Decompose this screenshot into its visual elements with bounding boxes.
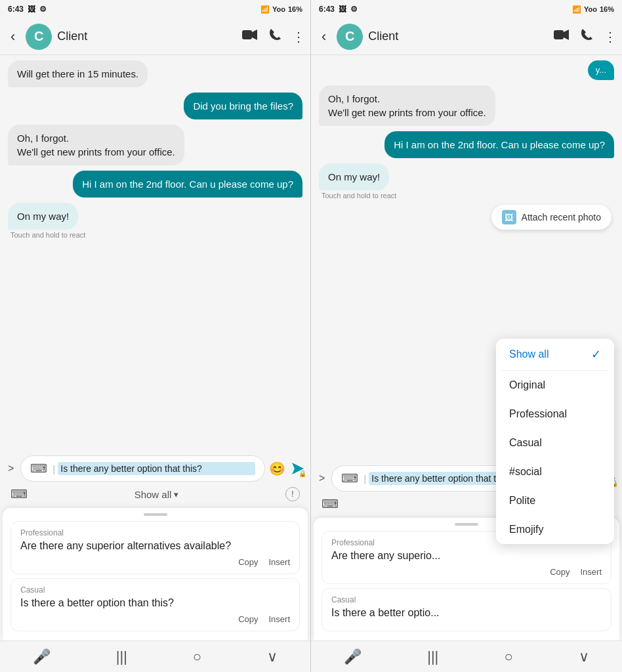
show-all-row-left: ⌨ Show all ▾ ! xyxy=(5,484,305,504)
svg-marker-1 xyxy=(252,30,257,40)
info-btn-left[interactable]: ! xyxy=(285,487,300,501)
msg-row: Oh, I forgot.We'll get new prints from y… xyxy=(319,85,614,126)
suggestion-card-casual-left: Casual Is there a better option than thi… xyxy=(10,578,300,631)
msg-row: On my way! Touch and hold to react xyxy=(319,163,614,200)
dropdown-item-casual[interactable]: Casual xyxy=(496,429,614,457)
app-bar-actions-right: ⋮ xyxy=(554,28,617,45)
svg-rect-3 xyxy=(554,30,564,39)
suggestion-card-casual-right: Casual Is there a better optio... xyxy=(321,588,612,631)
battery-right: 16% xyxy=(600,5,614,13)
app-bar-actions-left: ⋮ xyxy=(242,28,305,45)
insert-btn-professional-right[interactable]: Insert xyxy=(580,567,602,577)
suggestions-panel-left: Professional Are there any superior alte… xyxy=(3,508,308,640)
dropdown-item-professional[interactable]: Professional xyxy=(496,400,614,429)
left-panel: 6:43 🖼 ⚙ 📶 Yoo 16% ‹ C Client ⋮ Will xyxy=(0,0,311,672)
cursor-right: | xyxy=(363,473,366,484)
dropdown-item-polite[interactable]: Polite xyxy=(496,486,614,515)
bubble: Hi I am on the 2nd floor. Can u please c… xyxy=(384,131,614,158)
send-btn-left[interactable]: 🔒 xyxy=(291,461,305,476)
time-left: 6:43 xyxy=(8,5,24,14)
home-icon-right[interactable]: ||| xyxy=(427,648,438,665)
dropdown-item-show-all[interactable]: Show all ✓ xyxy=(496,339,614,370)
photo-icon-right: 🖼 xyxy=(339,5,346,14)
touch-react-hint-left: Touch and hold to react xyxy=(10,231,85,239)
attach-photo-btn[interactable]: 🖼 Attach recent photo xyxy=(491,205,612,230)
more-icon-right[interactable]: ⋮ xyxy=(604,29,617,45)
suggestion-label-casual-left: Casual xyxy=(20,585,290,595)
keyboard-icon2-right[interactable]: ⌨ xyxy=(321,497,339,511)
msg-row: Oh, I forgot.We'll get new prints from y… xyxy=(8,125,302,165)
mic-icon-right[interactable]: 🎤 xyxy=(344,648,362,665)
emoji-btn-left[interactable]: 😊 xyxy=(269,461,285,476)
msg-row: Will get there in 15 minutes. xyxy=(8,60,302,87)
phone-icon-right[interactable] xyxy=(580,28,593,45)
avatar-left: C xyxy=(26,24,52,50)
back-button-right[interactable]: ‹ xyxy=(316,26,331,48)
signal-right: Yoo xyxy=(584,5,597,13)
dropdown-item-social[interactable]: #social xyxy=(496,457,614,486)
battery-left: 16% xyxy=(288,5,302,13)
mic-icon-left[interactable]: 🎤 xyxy=(33,648,51,665)
status-bar-right: 6:43 🖼 ⚙ 📶 Yoo 16% xyxy=(311,0,622,18)
msg-row: Hi I am on the 2nd floor. Can u please c… xyxy=(319,131,614,158)
keyboard-icon-right[interactable]: ⌨ xyxy=(341,471,358,486)
chevron-down-icon-left: ▾ xyxy=(174,490,178,499)
expand-btn-right[interactable]: > xyxy=(316,470,327,487)
keyboard-icon2-left[interactable]: ⌨ xyxy=(10,487,28,501)
expand-btn-left[interactable]: > xyxy=(5,460,16,477)
suggestion-card-professional-left: Professional Are there any superior alte… xyxy=(10,521,300,574)
copy-btn-professional-left[interactable]: Copy xyxy=(238,557,258,567)
bubble: On my way! xyxy=(8,203,78,230)
svg-rect-0 xyxy=(242,30,252,39)
recent-icon-right[interactable]: ∨ xyxy=(579,648,589,665)
photo-icon-left: 🖼 xyxy=(28,5,35,14)
phone-icon-left[interactable] xyxy=(268,28,281,45)
recent-icon-left[interactable]: ∨ xyxy=(267,648,278,665)
more-icon-left[interactable]: ⋮ xyxy=(292,29,305,45)
bubble: Hi I am on the 2nd floor. Can u please c… xyxy=(73,171,302,198)
image-icon: 🖼 xyxy=(502,210,516,224)
back-nav-icon-left[interactable]: ○ xyxy=(193,648,201,665)
cursor-left: | xyxy=(52,463,55,474)
suggestion-actions-casual-left: Copy Insert xyxy=(20,614,290,624)
svg-marker-4 xyxy=(564,30,569,40)
avatar-right: C xyxy=(337,24,363,50)
copy-btn-professional-right[interactable]: Copy xyxy=(550,567,570,577)
drag-handle-left xyxy=(144,513,167,516)
home-icon-left[interactable]: ||| xyxy=(116,648,127,665)
input-row-left: > ⌨ | Is there any better option that th… xyxy=(5,455,305,482)
filter-dropdown: Show all ✓ Original Professional Casual … xyxy=(496,339,614,544)
show-all-btn-left[interactable]: Show all ▾ xyxy=(135,489,179,500)
bubble: Will get there in 15 minutes. xyxy=(8,60,148,87)
nav-bar-left: 🎤 ||| ○ ∨ xyxy=(0,640,310,672)
contact-name-right: Client xyxy=(368,30,549,43)
back-nav-icon-right[interactable]: ○ xyxy=(504,648,512,665)
bubble: Oh, I forgot.We'll get new prints from y… xyxy=(8,125,184,165)
status-bar-left: 6:43 🖼 ⚙ 📶 Yoo 16% xyxy=(0,0,310,18)
chat-area-left: Will get there in 15 minutes. Did you br… xyxy=(0,55,310,452)
suggestion-label-casual-right: Casual xyxy=(331,595,602,604)
text-input-left[interactable]: ⌨ | Is there any better option that this… xyxy=(20,455,265,482)
bubble: On my way! xyxy=(319,163,389,190)
drag-handle-right xyxy=(455,523,478,526)
copy-btn-casual-left[interactable]: Copy xyxy=(238,614,258,624)
input-highlighted-left[interactable]: Is there any better option that this? xyxy=(58,462,255,475)
keyboard-icon-left[interactable]: ⌨ xyxy=(30,461,47,476)
bubble: Did you bring the files? xyxy=(184,93,302,119)
dropdown-item-original[interactable]: Original xyxy=(496,371,614,400)
contact-name-left: Client xyxy=(57,30,237,43)
msg-row: Hi I am on the 2nd floor. Can u please c… xyxy=(8,171,302,198)
input-area-left: > ⌨ | Is there any better option that th… xyxy=(0,452,310,508)
touch-react-hint-right: Touch and hold to react xyxy=(321,192,396,200)
suggestion-label-left: Professional xyxy=(20,528,290,537)
back-button-left[interactable]: ‹ xyxy=(5,26,20,48)
video-icon-left[interactable] xyxy=(242,29,258,44)
check-icon: ✓ xyxy=(591,347,601,362)
suggestion-text-casual-left: Is there a better option than this? xyxy=(20,597,290,609)
bubble: Oh, I forgot.We'll get new prints from y… xyxy=(319,85,495,126)
video-icon-right[interactable] xyxy=(554,29,570,44)
msg-row: y... xyxy=(319,60,614,80)
dropdown-item-emojify[interactable]: Emojify xyxy=(496,515,614,544)
insert-btn-professional-left[interactable]: Insert xyxy=(268,557,290,567)
insert-btn-casual-left[interactable]: Insert xyxy=(268,614,290,624)
